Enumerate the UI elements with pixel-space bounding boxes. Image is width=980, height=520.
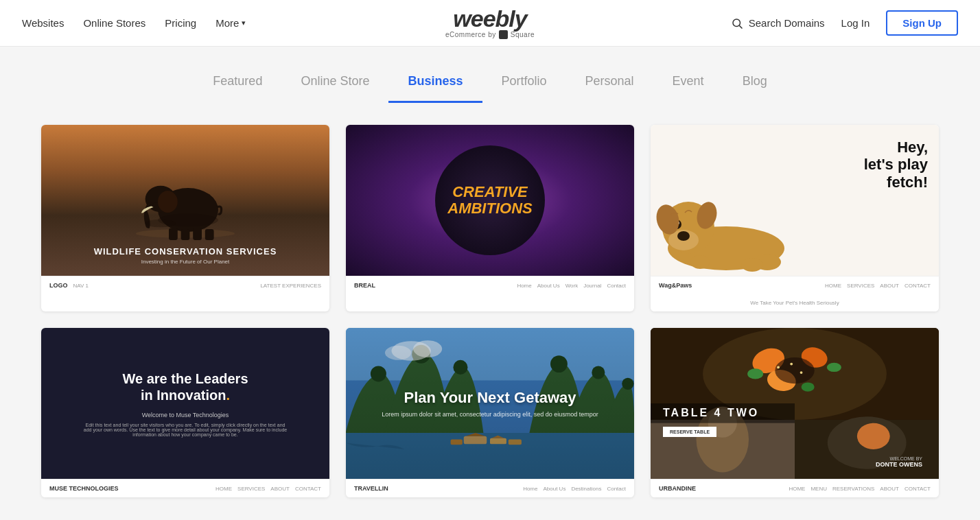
svg-point-15	[677, 231, 690, 241]
tab-business[interactable]: Business	[388, 74, 482, 103]
food-reserve-btn[interactable]: RESERVE TABLE	[663, 427, 716, 437]
svg-point-21	[741, 258, 763, 272]
dog-illustration	[651, 166, 802, 276]
login-button[interactable]: Log In	[841, 17, 870, 29]
template-thumb-pets: Hey,let's playfetch!	[651, 125, 939, 276]
travel-text: Plan Your Next Getaway Lorem ipsum dolor…	[382, 389, 598, 418]
template-card-wildlife[interactable]: WILDLIFE CONSERVATION SERVICES Investing…	[41, 125, 329, 311]
muse-title: We are the Leadersin Innovation.	[122, 370, 248, 403]
main-nav: Websites Online Stores Pricing More ▾	[22, 17, 246, 29]
header-right: Search Domains Log In Sign Up	[731, 10, 958, 36]
logo-wordmark: weebly	[445, 7, 535, 30]
template-card-travel[interactable]: Plan Your Next Getaway Lorem ipsum dolor…	[346, 328, 634, 497]
muse-nav-bar: MUSE TECHNOLOGIES HOME SERVICES ABOUT CO…	[41, 479, 329, 497]
tab-personal[interactable]: Personal	[566, 74, 653, 103]
template-card-pets[interactable]: Hey,let's playfetch! Wag&Paws HOME SERVI…	[651, 125, 939, 311]
template-thumb-travel: Plan Your Next Getaway Lorem ipsum dolor…	[346, 328, 634, 479]
category-tabs: Featured Online Store Business Portfolio…	[0, 47, 980, 103]
template-thumb-wildlife: WILDLIFE CONSERVATION SERVICES Investing…	[41, 125, 329, 276]
search-domains-label: Search Domains	[749, 17, 825, 29]
logo[interactable]: weebly eCommerce by Square	[445, 7, 535, 39]
square-icon	[499, 30, 508, 39]
elephant-illustration	[130, 161, 240, 243]
template-card-creative[interactable]: CREATIVEAMBITIONS BREAL Home About Us Wo…	[346, 125, 634, 311]
logo-subtext: eCommerce by Square	[445, 30, 535, 39]
svg-point-0	[733, 19, 740, 27]
nav-websites[interactable]: Websites	[22, 17, 64, 29]
food-nav-bar: URBANDINE HOME MENU RESERVATIONS ABOUT C…	[651, 479, 939, 497]
svg-point-22	[690, 255, 710, 269]
pets-nav-bar: Wag&Paws HOME SERVICES ABOUT CONTACT	[651, 276, 939, 294]
chevron-down-icon: ▾	[242, 19, 246, 27]
wildlife-nav-bar: LOGO NAV 1 LATEST EXPERIENCES	[41, 276, 329, 294]
travel-nav-bar: TRAVELLIN Home About Us Destinations Con…	[346, 479, 634, 497]
nav-online-stores[interactable]: Online Stores	[83, 17, 145, 29]
svg-point-53	[800, 371, 803, 374]
tab-online-store[interactable]: Online Store	[281, 74, 388, 103]
tab-featured[interactable]: Featured	[194, 74, 281, 103]
muse-body: Edit this text and tell your site visito…	[81, 423, 290, 437]
svg-rect-8	[205, 229, 214, 240]
nav-pricing[interactable]: Pricing	[165, 17, 196, 29]
templates-section: WILDLIFE CONSERVATION SERVICES Investing…	[0, 103, 980, 519]
muse-subtitle: Welcome to Muse Technologies	[142, 412, 229, 418]
svg-point-48	[802, 382, 815, 391]
svg-point-50	[775, 357, 814, 383]
svg-line-1	[739, 25, 742, 28]
template-card-food[interactable]: TABLE 4 TWO RESERVE TABLE WELCOME BY DON…	[651, 328, 939, 497]
wildlife-subtitle: Investing in the Future of Our Planet	[52, 259, 318, 265]
header: Websites Online Stores Pricing More ▾ we…	[0, 0, 980, 47]
svg-point-9	[158, 191, 178, 213]
creative-text: CREATIVEAMBITIONS	[447, 184, 532, 217]
pets-headline: Hey,let's playfetch!	[864, 139, 928, 191]
pets-footer: We Take Your Pet's Health Seriously	[651, 294, 939, 311]
svg-point-52	[790, 363, 793, 366]
svg-point-49	[827, 363, 841, 372]
templates-grid: WILDLIFE CONSERVATION SERVICES Investing…	[41, 125, 939, 497]
tab-blog[interactable]: Blog	[723, 74, 786, 103]
signup-button[interactable]: Sign Up	[886, 10, 958, 36]
svg-rect-6	[181, 229, 190, 240]
food-person: WELCOME BY DONTE OWENS	[876, 456, 922, 468]
creative-nav-bar: BREAL Home About Us Work Journal Contact	[346, 276, 634, 294]
food-title: TABLE 4 TWO	[663, 407, 759, 419]
tab-portfolio[interactable]: Portfolio	[482, 74, 566, 103]
svg-point-47	[747, 368, 763, 379]
template-card-muse[interactable]: We are the Leadersin Innovation. Welcome…	[41, 328, 329, 497]
wildlife-text: WILDLIFE CONSERVATION SERVICES Investing…	[52, 246, 318, 265]
template-thumb-food: TABLE 4 TWO RESERVE TABLE WELCOME BY DON…	[651, 328, 939, 479]
tab-event[interactable]: Event	[653, 74, 723, 103]
svg-rect-5	[169, 228, 178, 240]
svg-point-11	[145, 220, 176, 228]
wildlife-title: WILDLIFE CONSERVATION SERVICES	[52, 246, 318, 257]
search-icon	[731, 17, 743, 29]
template-thumb-muse: We are the Leadersin Innovation. Welcome…	[41, 328, 329, 479]
creative-circle: CREATIVEAMBITIONS	[435, 145, 545, 255]
svg-point-59	[857, 423, 890, 449]
template-thumb-creative: CREATIVEAMBITIONS	[346, 125, 634, 276]
nav-more[interactable]: More ▾	[215, 17, 246, 29]
search-domains-button[interactable]: Search Domains	[731, 17, 825, 29]
svg-point-51	[777, 366, 780, 368]
svg-rect-7	[193, 228, 202, 240]
